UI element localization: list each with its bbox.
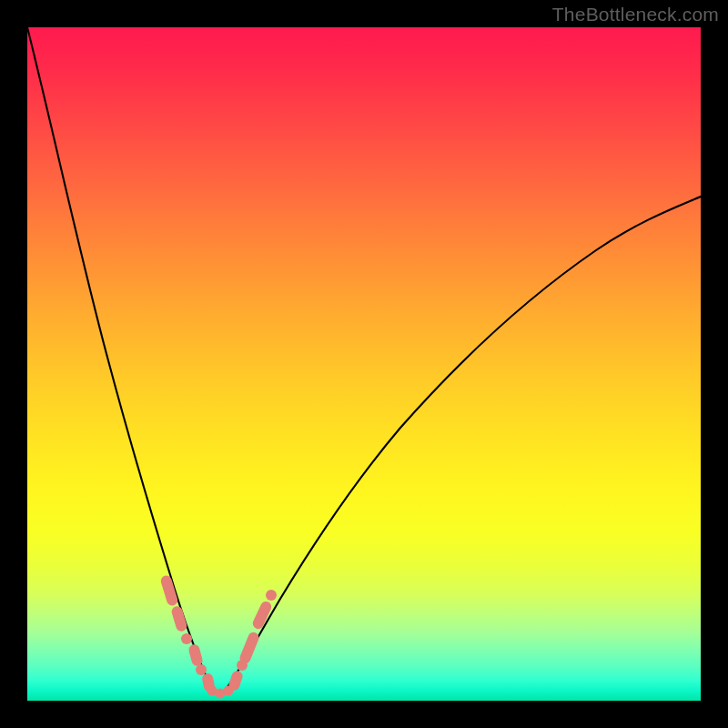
- marker-dot: [196, 664, 207, 675]
- marker-segment: [159, 574, 178, 607]
- marker-dot: [181, 633, 192, 644]
- marker-segment: [238, 631, 261, 665]
- chart-frame: TheBottleneck.com: [0, 0, 728, 728]
- plot-area: [27, 27, 701, 701]
- watermark-text: TheBottleneck.com: [552, 4, 719, 25]
- marker-segment: [187, 643, 204, 667]
- marker-dot: [266, 590, 277, 601]
- curve-right-branch: [223, 197, 701, 693]
- chart-svg: [27, 27, 701, 701]
- curve-left-branch: [27, 27, 214, 693]
- marker-segment: [170, 605, 188, 632]
